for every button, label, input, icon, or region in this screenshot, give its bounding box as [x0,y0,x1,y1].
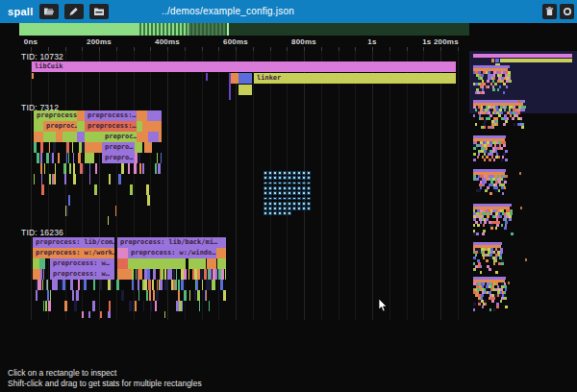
tiny-span-dot[interactable] [278,197,282,201]
tiny-span-dot[interactable] [292,182,296,185]
minimap-cluster[interactable] [501,224,503,227]
flame-span[interactable] [208,280,211,290]
flame-span[interactable] [78,280,80,290]
flame-span[interactable] [146,184,149,195]
flame-span[interactable] [121,290,124,301]
flame-span[interactable] [164,311,165,318]
flame-span[interactable] [136,269,137,280]
tiny-span-dot[interactable] [288,186,291,190]
flame-span[interactable] [44,163,45,174]
tiny-span-dot[interactable] [283,211,287,215]
flame-span[interactable] [216,248,226,258]
flame-span[interactable] [164,269,166,280]
minimap-cluster[interactable] [504,186,506,189]
flame-span[interactable]: prepro… [102,153,135,163]
tiny-span-dot[interactable] [273,182,277,185]
flame-span[interactable] [153,290,155,301]
minimap-cluster[interactable] [492,88,495,91]
minimap-cluster[interactable] [473,303,476,306]
flame-span[interactable] [158,163,161,174]
minimap-cluster[interactable] [490,227,493,230]
flame-span[interactable] [82,142,85,153]
tiny-span-dot[interactable] [292,186,296,190]
tiny-span-dot[interactable] [307,207,311,210]
flame-span[interactable] [225,269,226,280]
flame-span[interactable] [117,258,128,269]
flame-span[interactable] [220,280,223,290]
flame-span[interactable] [184,290,187,301]
flame-span[interactable] [206,290,207,301]
minimap-cluster[interactable] [489,268,491,271]
flame-span[interactable] [78,153,81,163]
flame-span[interactable] [68,195,70,206]
tiny-span-dot[interactable] [302,197,306,201]
flame-span[interactable] [132,280,134,290]
minimap-cluster[interactable] [488,117,490,120]
flame-span[interactable] [85,153,94,163]
minimap-cluster[interactable] [514,123,515,126]
tiny-span-dot[interactable] [292,207,296,210]
tiny-span-dot[interactable] [292,171,296,175]
flame-span[interactable] [159,132,162,142]
tiny-span-dot[interactable] [288,197,291,201]
minimap-cluster[interactable] [484,74,486,77]
minimap-bar[interactable] [500,59,572,62]
flame-span[interactable] [207,258,216,269]
flame-span[interactable] [147,110,162,121]
tiny-span-dot[interactable] [278,211,282,215]
flame-span[interactable] [238,85,252,95]
flame-span[interactable] [57,280,58,290]
tiny-span-dot[interactable] [302,176,306,180]
flame-span[interactable] [65,163,66,174]
flame-span[interactable] [178,290,180,301]
flame-span[interactable] [45,301,47,311]
tiny-span-dot[interactable] [283,191,287,195]
flame-span[interactable] [209,301,210,311]
flame-span[interactable] [94,184,97,195]
minimap-cluster[interactable] [507,91,510,94]
activity-strip-segment[interactable] [188,23,227,36]
minimap-cluster[interactable] [493,308,495,311]
flame-span[interactable] [176,269,177,280]
minimap-cluster[interactable] [499,86,501,88]
flame-span[interactable] [210,269,212,280]
tiny-span-dot[interactable] [307,171,311,175]
flame-span[interactable] [48,301,51,311]
flame-span[interactable]: preprocess: lib/com… [33,237,114,248]
minimap-cluster[interactable] [477,224,480,227]
flame-span[interactable] [132,269,134,280]
tiny-span-dot[interactable] [278,171,282,175]
flame-span[interactable] [178,280,180,290]
flame-span[interactable] [206,73,208,81]
tiny-span-dot[interactable] [302,182,306,185]
flame-span[interactable] [68,153,69,163]
tiny-span-dot[interactable] [297,176,301,180]
minimap-cluster[interactable] [499,215,502,218]
minimap-cluster[interactable] [487,88,489,91]
flame-span[interactable] [77,132,85,142]
minimap-cluster[interactable] [478,303,481,306]
minimap-cluster[interactable] [473,308,475,311]
tiny-span-dot[interactable] [268,207,272,210]
flame-span[interactable] [109,301,111,311]
minimap-cluster[interactable] [480,221,482,224]
minimap-cluster[interactable] [484,126,486,129]
flame-span[interactable] [152,280,154,290]
minimap-cluster[interactable] [493,262,495,265]
flame-span[interactable] [197,290,200,301]
minimap-cluster[interactable] [495,271,498,274]
tiny-span-dot[interactable] [283,197,287,201]
minimap-cluster[interactable] [509,80,512,83]
minimap-cluster[interactable] [496,306,499,308]
minimap-cluster[interactable] [522,109,525,111]
minimap-cluster[interactable] [508,86,511,88]
minimap-cluster[interactable] [485,189,488,192]
flame-span[interactable] [189,290,190,301]
minimap-cluster[interactable] [500,300,502,303]
tiny-span-dot[interactable] [273,202,277,206]
flame-span[interactable] [231,73,238,84]
tiny-span-dot[interactable] [297,202,301,206]
flame-span[interactable] [137,110,147,121]
flame-span[interactable]: prepro… [102,142,135,153]
minimap-cluster[interactable] [476,233,479,235]
